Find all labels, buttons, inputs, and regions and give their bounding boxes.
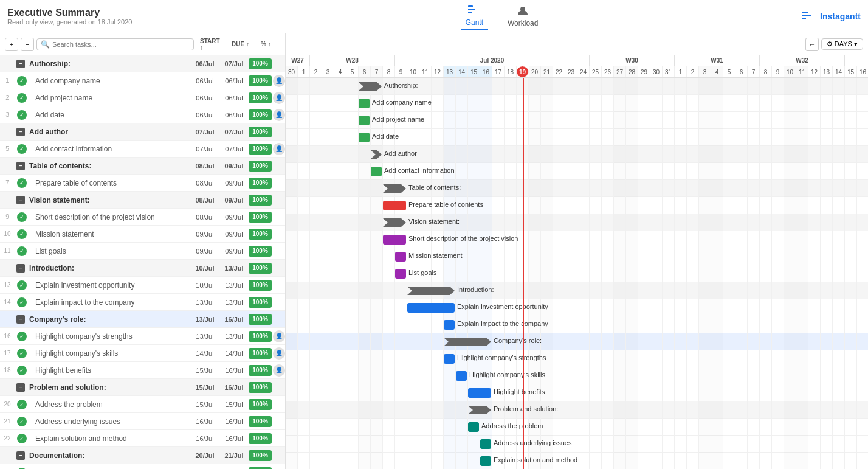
gantt-day-cell [796, 197, 808, 214]
minus-icon[interactable]: − [16, 60, 25, 68]
gantt-day-cell [796, 112, 808, 129]
gantt-row: Highlight company's strengths [286, 350, 868, 367]
gantt-task-bar[interactable] [480, 439, 491, 449]
task-row[interactable]: −Company's role:13/Jul16/Jul100% [0, 311, 285, 328]
row-number: 9 [0, 214, 15, 220]
nav-gantt[interactable]: Gantt [461, 2, 488, 30]
gantt-day-cell [638, 248, 650, 265]
task-name[interactable]: Documentation: [27, 451, 190, 460]
task-row[interactable]: 22✓Explain solution and method16/Jul16/J… [0, 430, 285, 447]
gantt-day-cell [383, 453, 395, 470]
gantt-day-cell [626, 231, 638, 248]
task-name[interactable]: Company's role: [27, 315, 190, 324]
task-row[interactable]: −Documentation:20/Jul21/Jul100% [0, 447, 285, 464]
gantt-day-cell [286, 146, 298, 163]
gantt-day-cell [845, 163, 857, 180]
gantt-task-bar[interactable] [444, 320, 455, 330]
minus-icon[interactable]: − [16, 383, 25, 392]
collapse-all-btn[interactable]: − [21, 38, 34, 51]
task-row[interactable]: 9✓Short description of the project visio… [0, 209, 285, 226]
task-row[interactable]: 20✓Address the problem15/Jul15/Jul100% [0, 396, 285, 413]
minus-icon[interactable]: − [16, 162, 25, 170]
gantt-day-cell [626, 436, 638, 453]
gantt-day-cell [735, 367, 748, 384]
task-row[interactable]: 5✓Add contact information07/Jul07/Jul100… [0, 141, 285, 158]
minus-icon[interactable]: − [16, 196, 25, 204]
gantt-day-cell [711, 95, 723, 112]
gantt-day-cell [468, 453, 480, 470]
due-col-header[interactable]: DUE ↑ [228, 41, 257, 47]
task-name[interactable]: Vision statement: [27, 196, 190, 204]
task-row[interactable]: 18✓Highlight benefits15/Jul16/Jul100%👤 [0, 362, 285, 379]
days-selector-btn[interactable]: ⚙ DAYS ▾ [821, 38, 863, 50]
task-row[interactable]: −Authorship:06/Jul07/Jul100% [0, 55, 285, 72]
gantt-task-bar[interactable] [407, 303, 455, 313]
task-row[interactable]: 3✓Add date06/Jul06/Jul100%👤 [0, 106, 285, 123]
search-input[interactable] [52, 41, 190, 48]
task-row[interactable]: 13✓Explain investment opportunity10/Jul1… [0, 277, 285, 294]
gantt-day-cell [723, 333, 735, 350]
task-row[interactable]: −Vision statement:08/Jul09/Jul100% [0, 192, 285, 209]
minus-icon[interactable]: − [16, 451, 25, 460]
gantt-day-cell [663, 112, 675, 129]
task-row[interactable]: −Table of contents:08/Jul09/Jul100% [0, 158, 285, 175]
gantt-day-cell [346, 95, 359, 112]
gantt-day-cell [480, 248, 492, 265]
gantt-day-cell [492, 146, 505, 163]
gantt-task-bar[interactable] [395, 269, 406, 279]
task-name[interactable]: Problem and solution: [27, 383, 190, 392]
task-row[interactable]: 14✓Explain impact to the company13/Jul13… [0, 294, 285, 311]
gantt-task-bar[interactable] [359, 99, 370, 108]
task-row[interactable]: 1✓Add company name06/Jul06/Jul100%👤 [0, 72, 285, 89]
day-cell: 28 [626, 66, 638, 77]
gantt-task-bar[interactable] [456, 371, 467, 381]
task-name[interactable]: Add author [27, 128, 190, 136]
gantt-day-cell [565, 419, 577, 436]
task-row[interactable]: 16✓Highlight company's strengths13/Jul13… [0, 328, 285, 345]
pct-col-header[interactable]: % ↑ [257, 41, 280, 47]
gantt-day-cell [456, 129, 468, 146]
minus-icon[interactable]: − [16, 315, 25, 324]
task-row[interactable]: 21✓Address underlying issues16/Jul16/Jul… [0, 413, 285, 430]
task-row[interactable]: 17✓Highlight company's skills14/Jul14/Ju… [0, 345, 285, 362]
gantt-day-cell [845, 333, 857, 350]
task-row[interactable]: −Introduction:10/Jul13/Jul100% [0, 260, 285, 277]
day-cell: 30 [650, 66, 663, 77]
gantt-day-cell [322, 265, 334, 282]
task-row[interactable]: 7✓Prepare table of contents08/Jul09/Jul1… [0, 175, 285, 192]
gantt-task-bar[interactable] [383, 201, 406, 210]
gantt-day-cell [298, 436, 310, 453]
task-row[interactable]: 2✓Add project name06/Jul06/Jul100%👤 [0, 89, 285, 106]
gantt-day-cell [735, 265, 748, 282]
task-name[interactable]: Table of contents: [27, 162, 190, 170]
nav-workload[interactable]: Workload [503, 3, 543, 30]
scroll-back-btn[interactable]: ← [805, 38, 819, 51]
gantt-day-cell [857, 299, 868, 316]
gantt-task-bar[interactable] [444, 354, 455, 364]
gantt-task-bar[interactable] [468, 422, 479, 432]
gantt-bar-container: Authorship: [359, 82, 382, 91]
task-row[interactable]: −Add author07/Jul07/Jul100% [0, 123, 285, 141]
task-row[interactable]: 11✓List goals09/Jul09/Jul100% [0, 243, 285, 260]
gantt-task-bar[interactable] [383, 235, 406, 245]
gantt-bar-container: Explain impact to the company [444, 320, 455, 330]
gantt-task-bar[interactable] [359, 133, 370, 142]
minus-icon[interactable]: − [16, 128, 25, 136]
gantt-task-bar[interactable] [480, 456, 491, 466]
avatar: 👤 [273, 92, 285, 104]
gantt-day-cell [748, 282, 760, 299]
gantt-task-bar[interactable] [468, 388, 491, 398]
minus-icon[interactable]: − [16, 264, 25, 273]
task-row[interactable]: 24✓Supporting documents20/Jul21/Jul100% [0, 464, 285, 469]
task-name[interactable]: Authorship: [27, 60, 190, 68]
expand-all-btn[interactable]: + [5, 38, 18, 51]
gantt-task-bar[interactable] [395, 252, 406, 262]
task-row[interactable]: −Problem and solution:15/Jul16/Jul100% [0, 379, 285, 396]
start-col-header[interactable]: START ↑ [196, 38, 228, 51]
avatar: 👤 [273, 347, 285, 360]
task-name[interactable]: Introduction: [27, 264, 190, 273]
task-row[interactable]: 10✓Mission statement09/Jul09/Jul100% [0, 226, 285, 243]
gantt-task-bar[interactable] [371, 167, 382, 176]
row-number: 21 [0, 418, 15, 425]
gantt-task-bar[interactable] [359, 116, 370, 125]
